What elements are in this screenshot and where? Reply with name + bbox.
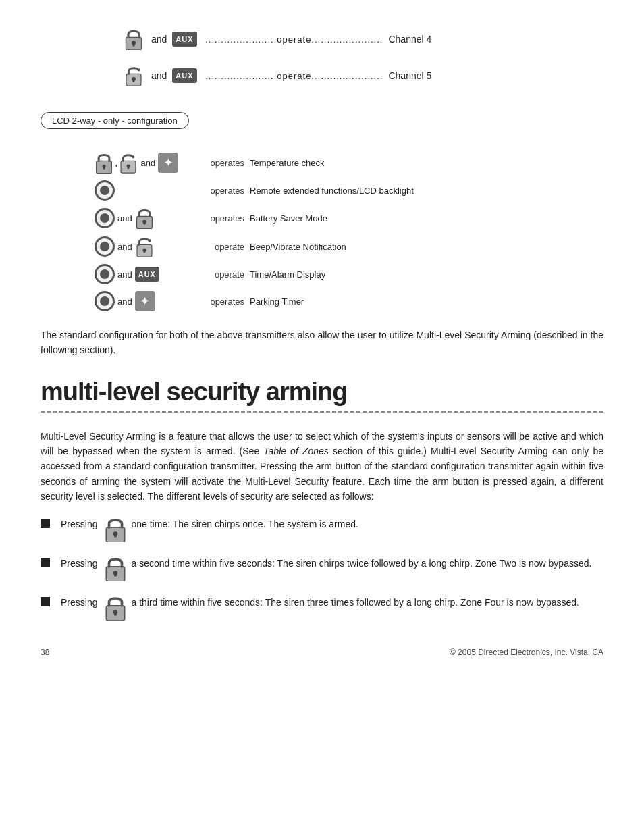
star-btn-r1: ✦ [158,153,178,173]
channel5-row: and AUX .......................operate..… [122,63,603,88]
function-r2: Remote extended functions/LCD backlight [250,186,414,196]
circle-btn-r4 [95,236,115,257]
lcd-icons-6: and ✦ [95,291,203,311]
svg-rect-21 [143,221,145,224]
aux-button-ch4: AUX [172,32,196,47]
lock-bullet-1 [104,517,127,542]
pressing-label-2: Pressing [61,556,97,571]
bullet-square-3 [41,597,50,606]
lcd-row-4: and operate Beep/Vibrate Notification [41,236,603,257]
and-text-ch5: and [151,70,167,81]
footer: 38 © 2005 Directed Electronics, Inc. Vis… [41,648,603,657]
function-r1: Temperature check [250,158,325,168]
channel4-label: Channel 4 [388,34,431,45]
svg-rect-30 [115,573,117,576]
channel4-row: and AUX .......................operate..… [122,27,603,51]
lcd-row-6: and ✦ operates Parking Timer [41,291,603,311]
operates-r4: operate [203,242,250,252]
star-btn-r6: ✦ [135,291,155,311]
bullet-content-3: Pressing a third time within five second… [61,595,603,621]
bullet-text-2: a second time within five seconds: The s… [131,556,591,571]
dots-ch4: .......................operate..........… [203,34,383,45]
pressing-label-1: Pressing [61,517,97,531]
svg-rect-27 [115,533,117,537]
and-text-ch4: and [151,34,167,45]
circle-btn-r2 [95,180,115,201]
operates-r3: operates [203,213,250,224]
function-r4: Beep/Vibrate Notification [250,242,346,252]
lock-unlocked-icon-r1 [119,152,138,174]
bullet-text-1: one time: The siren chirps once. The sys… [131,517,358,531]
lock-inline-3 [104,595,127,621]
operates-r1: operates [203,158,250,168]
operates-r2: operates [203,186,250,196]
svg-rect-12 [132,79,134,82]
lcd-row-3: and operates Battery Saver Mode [41,207,603,229]
lock-locked-icon-r3 [135,207,154,229]
function-r3: Battery Saver Mode [250,213,327,224]
circle-btn-r3 [95,208,115,228]
and-r5: and [117,269,132,280]
lcd-icons-5: and AUX [95,264,203,284]
function-r5: Time/Alarm Display [250,269,325,280]
lock-bullet-3 [104,595,127,621]
standard-config-paragraph: The standard configuration for both of t… [41,328,603,358]
function-r6: Parking Timer [250,296,304,307]
dots-ch5: .......................operate..........… [203,71,383,81]
aux-button-ch5: AUX [172,68,196,83]
lock-inline-1 [104,517,127,542]
circle-btn-r6 [95,291,115,311]
bullet-text-3: a third time within five seconds: The si… [131,595,579,610]
lock-unlocked-icon-r4 [135,236,154,257]
and-r4: and [117,242,132,252]
and-r1: and [140,158,155,168]
lcd-section: , and ✦ operates Temperature check opera… [41,152,603,311]
lcd-icons-4: and [95,236,203,257]
bullet-item-1: Pressing one time: The siren chirps once… [41,517,603,542]
aux-btn-r5: AUX [135,267,159,282]
lcd-icons-3: and [95,207,203,229]
section-heading: multi-level security arming [41,378,603,413]
copyright: © 2005 Directed Electronics, Inc. Vista,… [450,648,603,657]
lock-locked-icon [122,27,146,51]
svg-rect-33 [115,612,117,615]
bullet-item-2: Pressing a second time within five secon… [41,556,603,581]
lock-unlocked-icon [122,63,146,88]
lcd-config-label: LCD 2-way - only - configuration [41,112,189,129]
svg-rect-9 [132,43,134,46]
lcd-icons-2 [95,180,203,201]
lcd-icons-1: , and ✦ [95,152,203,174]
bullet-list: Pressing one time: The siren chirps once… [41,517,603,621]
lock-locked-icon-r1 [95,152,113,174]
bullet-content-1: Pressing one time: The siren chirps once… [61,517,603,542]
lock-bullet-2 [104,556,127,581]
page-number: 38 [41,648,49,657]
lock-inline-2 [104,556,127,581]
svg-rect-15 [103,166,105,169]
bullet-square-1 [41,519,50,528]
operates-r6: operates [203,296,250,307]
channel5-label: Channel 5 [388,70,431,81]
bullet-item-3: Pressing a third time within five second… [41,595,603,621]
icon-comma-r1: , [115,157,117,169]
pressing-label-3: Pressing [61,595,97,610]
lcd-row-2: operates Remote extended functions/LCD b… [41,180,603,201]
operates-r5: operate [203,269,250,280]
lcd-row-1: , and ✦ operates Temperature check [41,152,603,174]
svg-rect-18 [128,166,130,169]
bullet-content-2: Pressing a second time within five secon… [61,556,603,581]
svg-rect-24 [143,250,145,253]
circle-btn-r5 [95,264,115,284]
bullet-square-2 [41,558,50,567]
body-paragraph: Multi-Level Security Arming is a feature… [41,429,603,504]
and-r6: and [117,296,132,307]
lcd-row-5: and AUX operate Time/Alarm Display [41,264,603,284]
and-r3: and [117,213,132,224]
